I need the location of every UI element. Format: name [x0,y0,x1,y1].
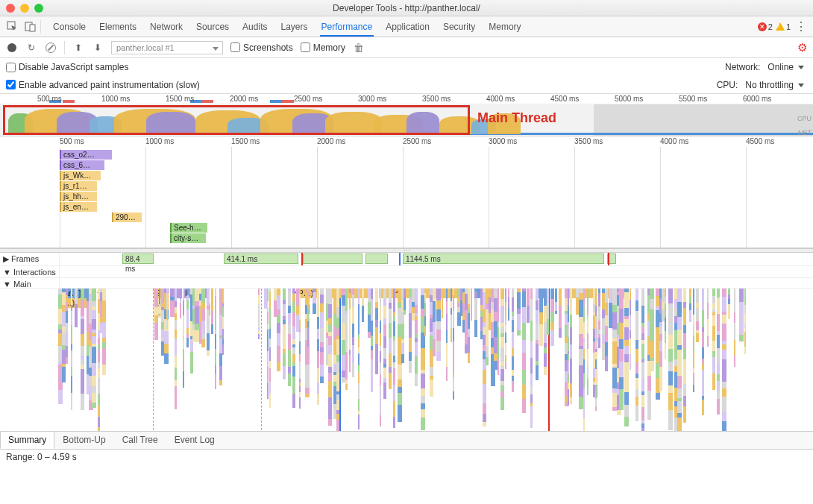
flame-stack[interactable] [269,289,271,432]
flame-stack[interactable] [550,289,554,432]
settings-icon[interactable]: ⚙ [797,41,807,54]
screenshots-input[interactable] [230,42,240,52]
flame-stack[interactable] [288,289,291,432]
details-tab-summary[interactable]: Summary [0,431,54,449]
flame-stack[interactable] [267,289,269,432]
flame-stack[interactable] [393,289,395,432]
flame-stack[interactable] [292,289,295,432]
flame-stack[interactable] [497,289,499,432]
frame-segment[interactable]: 1144.5 ms [403,253,604,264]
flame-stack[interactable] [474,289,477,432]
flame-stack[interactable] [547,289,549,432]
frame-segment[interactable]: 88.4 ms [122,253,154,264]
frame-segment[interactable]: 414.1 ms [224,253,298,264]
warning-count-badge[interactable]: !1 [776,22,791,31]
flame-stack[interactable] [595,289,597,432]
flame-stack[interactable] [712,289,715,432]
flame-stack[interactable] [81,289,84,432]
tab-network[interactable]: Network [148,17,184,37]
paint-checkbox[interactable]: Enable advanced paint instrumentation (s… [6,80,200,90]
gc-button[interactable]: 🗑 [353,42,365,54]
flame-stack[interactable] [728,289,730,432]
network-request-bar[interactable]: css_o2… [60,150,112,160]
flame-stack[interactable] [451,289,452,432]
inspect-icon[interactable] [4,19,19,34]
flame-stack[interactable] [568,289,569,432]
flame-stack[interactable] [345,289,348,432]
flame-stack[interactable] [665,289,666,432]
flame-stack[interactable] [320,289,324,432]
flame-stack[interactable] [689,289,691,432]
flame-stack[interactable] [683,289,686,432]
network-request-bar[interactable]: 290… [112,212,142,222]
flame-stack[interactable] [641,289,644,432]
flame-stack[interactable] [555,289,557,432]
flame-stack[interactable] [215,289,216,432]
network-request-bar[interactable]: js_Wk… [60,171,101,180]
flame-stack[interactable] [693,289,694,432]
network-request-bar[interactable]: js_en… [60,202,97,212]
flame-stack[interactable] [175,289,177,432]
frames-track-label[interactable]: ▶ Frames [0,253,60,265]
flame-stack[interactable] [277,289,280,432]
network-request-bar[interactable]: css_6… [60,160,104,170]
flame-stack[interactable] [471,289,472,432]
network-request-bar[interactable]: See-h… [170,223,207,233]
frames-track[interactable]: ▶ Frames 88.4 ms414.1 ms1144.5 ms [0,253,813,266]
main-track-label[interactable]: ▼ Main [0,278,60,288]
flame-stack[interactable] [180,289,181,432]
flame-stack[interactable] [619,289,624,432]
flame-stack[interactable] [389,289,392,432]
flame-stack[interactable] [375,289,378,432]
flame-stack[interactable] [446,289,448,432]
flame-stack[interactable] [307,289,309,432]
tab-application[interactable]: Application [384,17,431,37]
flame-stack[interactable] [717,289,720,432]
flame-stack[interactable] [539,289,543,432]
network-pane[interactable]: 500 ms1000 ms1500 ms2000 ms2500 ms3000 m… [0,136,813,248]
flame-stack[interactable] [166,289,168,432]
tracks-pane[interactable]: ▶ Frames 88.4 ms414.1 ms1144.5 ms ▼ Inte… [0,253,813,432]
flame-stack[interactable] [211,289,213,432]
record-button[interactable] [6,42,18,54]
disable-js-checkbox[interactable]: Disable JavaScript samples [6,62,128,72]
details-tab-event-log[interactable]: Event Log [166,431,223,449]
interactions-content[interactable] [60,266,813,277]
tab-sources[interactable]: Sources [195,17,230,37]
flame-stack[interactable] [415,289,418,432]
flame-stack[interactable] [453,289,454,432]
tab-console[interactable]: Console [51,17,87,37]
flame-stack[interactable] [66,289,68,432]
flame-stack[interactable] [209,289,210,432]
save-profile-button[interactable]: ⬇ [92,42,104,54]
flame-stack[interactable] [358,289,360,432]
kebab-menu-icon[interactable]: ⋮ [794,19,809,34]
reload-record-button[interactable]: ↻ [25,42,37,54]
flame-stack[interactable] [468,289,470,432]
error-count-badge[interactable]: ✕2 [758,22,773,31]
flame-stack[interactable] [707,289,709,432]
flame-stack[interactable] [650,289,654,432]
flame-stack[interactable] [587,289,588,432]
frames-content[interactable]: 88.4 ms414.1 ms1144.5 ms [60,253,813,265]
network-request-bar[interactable]: city-s… [170,233,206,243]
device-toggle-icon[interactable] [22,19,37,34]
flame-stack[interactable] [92,289,96,432]
flame-stack[interactable] [186,289,189,432]
load-profile-button[interactable]: ⬆ [72,42,84,54]
flame-stack[interactable] [283,289,286,432]
flame-stack[interactable] [71,289,72,432]
flame-stack[interactable] [380,289,381,432]
memory-input[interactable] [301,42,310,52]
disable-js-input[interactable] [6,63,16,72]
flame-stack[interactable] [436,289,441,432]
flame-stack[interactable] [328,289,332,432]
main-track-header[interactable]: ▼ Main [0,278,813,289]
interactions-track[interactable]: ▼ Interactions [0,266,813,278]
flame-stack[interactable] [371,289,373,432]
flame-stack[interactable] [362,289,364,432]
network-request-bar[interactable]: js_r1… [60,181,97,191]
memory-checkbox[interactable]: Memory [301,42,345,53]
flame-stack[interactable] [598,289,600,432]
frame-segment[interactable] [365,253,388,264]
